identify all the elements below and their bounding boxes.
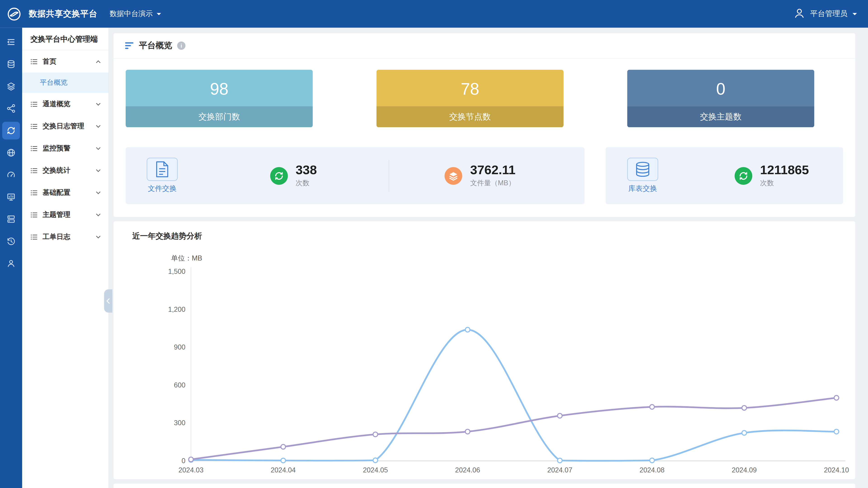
document-icon — [147, 158, 178, 181]
stat-label: 交换部门数 — [126, 106, 313, 127]
sidebar: 交换平台中心管理端 首页 平台概览 通道概览 交换日志管理 监控预警 交换统计 — [22, 28, 109, 488]
chevron-up-icon — [95, 58, 101, 64]
layers-icon[interactable] — [2, 77, 20, 95]
platform-overview-card: 平台概览 i 98 交换部门数 78 交换节点数 0 交换主题数 — [114, 33, 855, 217]
exchange-icon[interactable] — [2, 122, 20, 139]
sidebar-subitem-platform-overview[interactable]: 平台概览 — [22, 72, 108, 93]
sidebar-item-basic-config[interactable]: 基础配置 — [22, 182, 108, 203]
sidebar-item-home[interactable]: 首页 — [22, 51, 108, 72]
stats-row: 98 交换部门数 78 交换节点数 0 交换主题数 — [114, 59, 855, 127]
sync-icon — [735, 167, 752, 184]
sync-icon — [270, 167, 288, 184]
file-exchange-panel: 文件交换 338 次数 3762.11 文件量（MB） — [126, 147, 585, 204]
chevron-down-icon — [95, 101, 101, 107]
sidebar-item-label: 交换统计 — [43, 166, 95, 175]
svg-text:2024.08: 2024.08 — [640, 466, 664, 474]
list-icon — [31, 189, 38, 196]
svg-text:1,200: 1,200 — [168, 305, 186, 313]
sidebar-item-label: 首页 — [43, 57, 95, 66]
workspace-label: 数据中台演示 — [110, 9, 153, 19]
file-exchange-label: 文件交换 — [148, 184, 177, 194]
metric-value: 338 — [296, 163, 317, 177]
stat-card: 0 交换主题数 — [627, 70, 814, 127]
chevron-down-icon — [95, 190, 101, 196]
db-exchange-block: 库表交换 — [627, 158, 659, 194]
sidebar-item-label: 监控预警 — [43, 144, 95, 153]
menu-fold-icon[interactable] — [2, 33, 20, 51]
stat-label: 交换主题数 — [627, 106, 814, 127]
sidebar-title: 交换平台中心管理端 — [22, 28, 108, 50]
svg-text:2024.06: 2024.06 — [455, 466, 480, 474]
list-icon — [31, 211, 38, 218]
sidebar-collapse-handle[interactable] — [104, 289, 112, 313]
db-exchange-label: 库表交换 — [628, 184, 657, 194]
chevron-down-icon — [95, 167, 101, 173]
svg-text:2024.10: 2024.10 — [824, 466, 849, 474]
list-icon — [31, 100, 38, 107]
chevron-down-icon — [95, 123, 101, 129]
chart-title: 近一年交换趋势分析 — [132, 231, 202, 241]
list-icon — [31, 167, 38, 174]
app-root: 数据共享交换平台 数据中台演示 平台管理员 交换平台中心管理端 首 — [0, 0, 868, 488]
svg-text:900: 900 — [174, 343, 185, 351]
svg-text:2024.09: 2024.09 — [732, 466, 757, 474]
metric-value: 1211865 — [760, 163, 809, 177]
stat-value: 0 — [627, 70, 814, 106]
filter-lines-icon — [125, 42, 134, 49]
database-table-icon — [627, 158, 658, 181]
user-menu[interactable]: 平台管理员 — [793, 7, 857, 21]
exchange-panels-row: 文件交换 338 次数 3762.11 文件量（MB） — [114, 127, 855, 204]
metric-label: 次数 — [760, 179, 809, 188]
sidebar-item-monitoring-alerts[interactable]: 监控预警 — [22, 137, 108, 159]
database-icon[interactable] — [2, 55, 20, 73]
storage-icon[interactable] — [2, 210, 20, 228]
share-nodes-icon[interactable] — [2, 100, 20, 117]
sidebar-item-work-order-log[interactable]: 工单日志 — [22, 226, 108, 248]
top-bar: 数据共享交换平台 数据中台演示 平台管理员 — [0, 0, 868, 28]
next-card-partial — [114, 484, 855, 488]
chevron-down-icon — [95, 212, 101, 218]
users-icon[interactable] — [2, 255, 20, 272]
page-title: 平台概览 — [139, 40, 172, 51]
stat-card: 78 交换节点数 — [376, 70, 563, 127]
db-exchange-count: 1211865 次数 — [760, 163, 809, 188]
user-name: 平台管理员 — [810, 9, 847, 19]
user-icon — [793, 7, 805, 21]
sidebar-item-channel-overview[interactable]: 通道概览 — [22, 93, 108, 115]
stat-card: 98 交换部门数 — [126, 70, 313, 127]
metric-label: 文件量（MB） — [470, 179, 516, 188]
list-icon — [31, 123, 38, 130]
chevron-down-icon — [157, 13, 161, 18]
stat-label: 交换节点数 — [376, 106, 563, 127]
layers-stack-icon — [445, 167, 462, 184]
svg-text:0: 0 — [182, 457, 185, 464]
metric-value: 3762.11 — [470, 163, 516, 177]
stat-value: 98 — [126, 70, 313, 106]
sidebar-item-label: 工单日志 — [43, 232, 95, 241]
info-icon[interactable]: i — [177, 41, 186, 50]
chevron-down-icon — [852, 13, 857, 18]
svg-text:2024.07: 2024.07 — [547, 466, 572, 474]
file-exchange-volume: 3762.11 文件量（MB） — [470, 163, 516, 188]
icon-rail — [0, 28, 22, 488]
globe-icon[interactable] — [2, 144, 20, 162]
app-title: 数据共享交换平台 — [29, 8, 97, 19]
history-icon[interactable] — [2, 232, 20, 250]
brand-logo-icon — [4, 6, 23, 21]
metric-label: 次数 — [296, 179, 317, 188]
sidebar-item-topic-management[interactable]: 主题管理 — [22, 203, 108, 226]
stat-value: 78 — [376, 70, 563, 106]
sidebar-item-exchange-log-management[interactable]: 交换日志管理 — [22, 115, 108, 137]
sidebar-subitem-label: 平台概览 — [40, 78, 67, 88]
sidebar-item-label: 基础配置 — [43, 188, 95, 197]
vertical-divider — [389, 160, 389, 192]
sidebar-item-label: 交换日志管理 — [43, 122, 95, 131]
sidebar-item-exchange-statistics[interactable]: 交换统计 — [22, 159, 108, 182]
workspace-selector[interactable]: 数据中台演示 — [110, 9, 161, 19]
monitor-icon[interactable] — [2, 188, 20, 206]
db-exchange-panel: 库表交换 1211865 次数 — [606, 147, 843, 204]
gauge-icon[interactable] — [2, 166, 20, 184]
card-header: 平台概览 i — [114, 33, 855, 59]
sidebar-item-label: 通道概览 — [43, 99, 95, 109]
svg-text:2024.04: 2024.04 — [271, 466, 296, 474]
